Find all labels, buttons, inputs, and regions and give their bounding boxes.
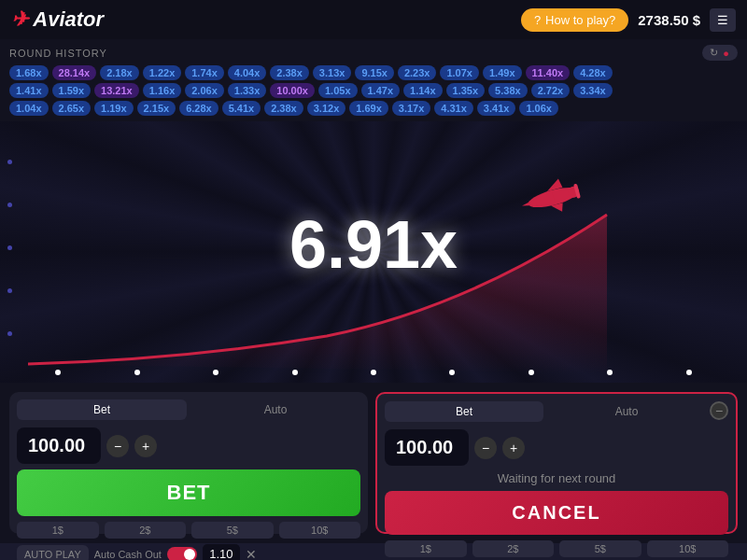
- history-badge[interactable]: 2.23x: [398, 65, 437, 80]
- right-quick-bet-5[interactable]: 5$: [559, 540, 641, 557]
- left-panel-tabs: Bet Auto: [17, 399, 360, 420]
- history-badge[interactable]: 1.35x: [446, 83, 486, 98]
- history-badge[interactable]: 4.04x: [228, 65, 267, 80]
- history-badge[interactable]: 4.31x: [434, 101, 473, 116]
- left-increase-btn[interactable]: +: [134, 435, 157, 457]
- history-badge[interactable]: 3.13x: [313, 65, 352, 80]
- history-badge[interactable]: 2.18x: [100, 65, 139, 80]
- tab-bet-left[interactable]: Bet: [17, 399, 187, 420]
- history-badge[interactable]: 1.33x: [228, 83, 267, 98]
- tab-bet-right[interactable]: Bet: [385, 401, 543, 422]
- refresh-icon: ↻: [710, 47, 719, 59]
- auto-cash-out-toggle[interactable]: [167, 547, 197, 561]
- left-bet-amount: 100.00: [17, 427, 101, 464]
- auto-row: AUTO PLAY Auto Cash Out 1.10 ✕: [17, 544, 360, 560]
- history-badge[interactable]: 2.65x: [52, 101, 92, 116]
- right-decrease-btn[interactable]: −: [474, 437, 497, 459]
- history-badge[interactable]: 1.41x: [9, 83, 49, 98]
- history-badge[interactable]: 3.41x: [477, 101, 516, 116]
- right-panel-tabs: Bet Auto −: [385, 401, 728, 422]
- history-badge[interactable]: 1.68x: [9, 65, 49, 80]
- live-indicator: ●: [723, 48, 730, 59]
- history-badge[interactable]: 1.47x: [361, 83, 401, 98]
- y-dot: [7, 160, 12, 164]
- right-quick-bet-2[interactable]: 2$: [472, 540, 555, 557]
- timeline-dot: [134, 370, 140, 375]
- right-increase-btn[interactable]: +: [502, 437, 525, 459]
- left-bet-panel: Bet Auto 100.00 − + BET 1$ 2$ 5$ 10$ AUT…: [9, 392, 368, 534]
- bet-button[interactable]: BET: [17, 469, 360, 516]
- how-to-play-button[interactable]: ? How to play?: [521, 8, 628, 32]
- history-badge[interactable]: 2.38x: [270, 65, 309, 80]
- history-badge[interactable]: 1.04x: [9, 101, 49, 116]
- refresh-button[interactable]: ↻ ●: [702, 45, 738, 61]
- history-badge[interactable]: 1.22x: [143, 65, 182, 80]
- history-badge[interactable]: 2.15x: [137, 101, 176, 116]
- history-badge[interactable]: 1.59x: [52, 83, 92, 98]
- question-icon: ?: [534, 13, 541, 27]
- y-dot: [7, 331, 12, 336]
- timeline-dot: [686, 370, 692, 375]
- quick-bet-5[interactable]: 5$: [191, 522, 274, 539]
- right-quick-bet-1[interactable]: 1$: [385, 540, 467, 557]
- tab-auto-left[interactable]: Auto: [190, 399, 360, 420]
- history-badge[interactable]: 5.38x: [488, 83, 528, 98]
- quick-bet-10[interactable]: 10$: [279, 522, 361, 539]
- y-dot: [7, 203, 12, 207]
- round-history-label: ROUND HISTORY: [9, 48, 107, 59]
- history-badge[interactable]: 10.00x: [270, 83, 315, 98]
- y-dot: [7, 245, 12, 250]
- quick-bet-2[interactable]: 2$: [105, 522, 187, 539]
- history-badge[interactable]: 1.49x: [483, 65, 522, 80]
- logo: ✈ Aviator: [11, 7, 104, 32]
- tab-auto-right[interactable]: Auto: [547, 401, 706, 422]
- history-badge[interactable]: 13.21x: [94, 83, 139, 98]
- history-row: 1.41x1.59x13.21x1.16x2.06x1.33x10.00x1.0…: [9, 83, 738, 98]
- menu-button[interactable]: ☰: [710, 8, 736, 32]
- history-badge[interactable]: 3.17x: [392, 101, 431, 116]
- history-badge[interactable]: 5.41x: [222, 101, 261, 116]
- history-row: 1.04x2.65x1.19x2.15x6.28x5.41x2.38x3.12x…: [9, 101, 738, 116]
- history-badge[interactable]: 1.19x: [94, 101, 134, 116]
- toggle-knob: [184, 549, 195, 560]
- logo-text: Aviator: [33, 7, 104, 31]
- quick-bet-1[interactable]: 1$: [17, 522, 99, 539]
- hamburger-icon: ☰: [717, 13, 728, 27]
- history-badge[interactable]: 1.07x: [440, 65, 479, 80]
- svg-marker-1: [520, 190, 556, 214]
- history-badge[interactable]: 9.15x: [355, 65, 394, 80]
- history-badge[interactable]: 1.06x: [519, 101, 558, 116]
- right-quick-bets: 1$ 2$ 5$ 10$: [385, 540, 728, 557]
- history-badge[interactable]: 2.06x: [185, 83, 224, 98]
- timeline-dot: [371, 370, 376, 375]
- auto-play-button[interactable]: AUTO PLAY: [17, 545, 89, 561]
- right-bet-amount: 100.00: [385, 429, 469, 466]
- history-badge[interactable]: 1.16x: [143, 83, 182, 98]
- history-badge[interactable]: 4.28x: [573, 65, 613, 80]
- y-dot: [7, 288, 12, 293]
- history-badge[interactable]: 3.34x: [573, 83, 613, 98]
- left-decrease-btn[interactable]: −: [106, 435, 129, 457]
- cancel-button[interactable]: CANCEL: [385, 491, 728, 535]
- auto-cash-out-close[interactable]: ✕: [246, 547, 257, 561]
- auto-cash-out-label: Auto Cash Out: [94, 549, 162, 560]
- timeline-dot: [449, 370, 455, 375]
- left-bet-row: 100.00 − +: [17, 427, 360, 464]
- history-badge[interactable]: 3.12x: [307, 101, 346, 116]
- history-badge[interactable]: 1.05x: [318, 83, 358, 98]
- history-row: 1.68x28.14x2.18x1.22x1.74x4.04x2.38x3.13…: [9, 65, 738, 80]
- history-badge[interactable]: 1.69x: [349, 101, 388, 116]
- right-panel-minus[interactable]: −: [710, 401, 728, 422]
- history-badge[interactable]: 28.14x: [52, 65, 97, 80]
- history-badge[interactable]: 6.28x: [179, 101, 218, 116]
- history-badge[interactable]: 2.72x: [531, 83, 571, 98]
- timeline-dot: [213, 370, 218, 375]
- history-badge[interactable]: 1.14x: [403, 83, 443, 98]
- timeline-dot: [55, 370, 61, 375]
- round-history-title: ROUND HISTORY ↻ ●: [9, 45, 738, 61]
- history-badge[interactable]: 1.74x: [185, 65, 224, 80]
- auto-cash-out-value[interactable]: 1.10: [203, 544, 240, 560]
- right-quick-bet-10[interactable]: 10$: [647, 540, 729, 557]
- history-badge[interactable]: 11.40x: [526, 65, 571, 80]
- history-badge[interactable]: 2.38x: [264, 101, 303, 116]
